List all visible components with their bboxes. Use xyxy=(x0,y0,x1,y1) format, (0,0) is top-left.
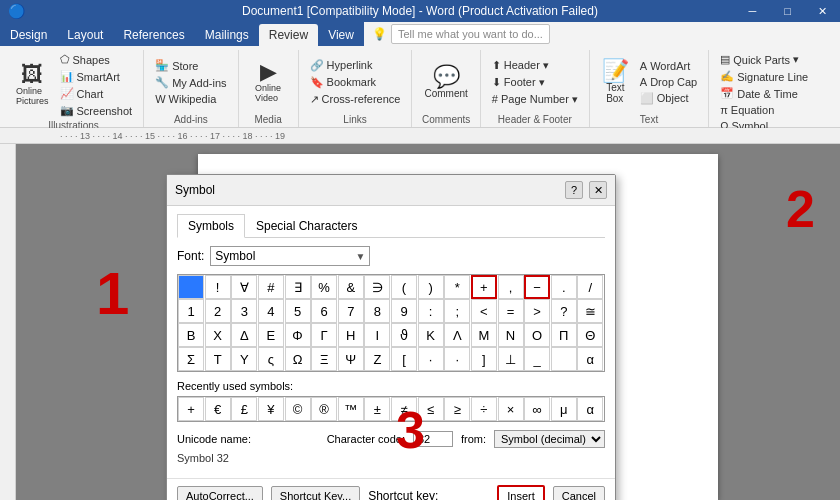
symbol-cell-plus[interactable]: + xyxy=(471,275,497,299)
symbol-cell-Eta[interactable]: Η xyxy=(338,323,364,347)
tab-mailings[interactable]: Mailings xyxy=(195,24,259,46)
recent-pound[interactable]: £ xyxy=(231,397,257,421)
symbol-cell-Kappa[interactable]: Κ xyxy=(418,323,444,347)
symbol-cell-exists[interactable]: ∃ xyxy=(285,275,311,299)
symbol-cell-alpha[interactable]: α xyxy=(577,347,603,371)
symbol-cell-Omega[interactable]: Ω xyxy=(285,347,311,371)
symbol-cell-forall[interactable]: ∀ xyxy=(231,275,257,299)
recent-ge[interactable]: ≥ xyxy=(444,397,470,421)
dialog-tab-symbols[interactable]: Symbols xyxy=(177,214,245,238)
symbol-cell-Mu[interactable]: Μ xyxy=(471,323,497,347)
symbol-cell-6[interactable]: 6 xyxy=(311,299,337,323)
symbol-cell-underscore[interactable]: _ xyxy=(524,347,550,371)
tab-design[interactable]: Design xyxy=(0,24,57,46)
symbol-cell-slash[interactable]: / xyxy=(577,275,603,299)
tab-layout[interactable]: Layout xyxy=(57,24,113,46)
symbol-cell-vartheta[interactable]: ϑ xyxy=(391,323,417,347)
symbol-cell-perp[interactable]: ⊥ xyxy=(498,347,524,371)
recent-plus[interactable]: + xyxy=(178,397,204,421)
recent-copy[interactable]: © xyxy=(285,397,311,421)
store-button[interactable]: 🏪 Store xyxy=(152,58,229,73)
symbol-cell-4[interactable]: 4 xyxy=(258,299,284,323)
shortcut-key-button[interactable]: Shortcut Key... xyxy=(271,486,360,500)
symbol-cell-gt[interactable]: > xyxy=(524,299,550,323)
close-button[interactable]: ✕ xyxy=(805,0,840,22)
symbol-cell-ni[interactable]: ∋ xyxy=(364,275,390,299)
symbol-cell-lbracket[interactable]: [ xyxy=(391,347,417,371)
symbol-cell-qmark[interactable]: ? xyxy=(551,299,577,323)
equation-button[interactable]: π Equation xyxy=(717,103,811,117)
symbol-cell-2[interactable]: 2 xyxy=(205,299,231,323)
symbol-cell-3[interactable]: 3 xyxy=(231,299,257,323)
symbol-cell-Chi[interactable]: Χ xyxy=(205,323,231,347)
wikipedia-button[interactable]: W Wikipedia xyxy=(152,92,229,106)
cancel-button[interactable]: Cancel xyxy=(553,486,605,500)
symbol-cell-eq[interactable]: = xyxy=(498,299,524,323)
footer-button[interactable]: ⬇ Footer ▾ xyxy=(489,75,581,90)
tab-references[interactable]: References xyxy=(113,24,194,46)
symbol-cell-dot[interactable]: . xyxy=(551,275,577,299)
symbol-cell-pct[interactable]: % xyxy=(311,275,337,299)
symbol-cell-8[interactable]: 8 xyxy=(364,299,390,323)
symbol-cell-varsigma[interactable]: ς xyxy=(258,347,284,371)
date-time-button[interactable]: 📅 Date & Time xyxy=(717,86,811,101)
symbol-cell-colon[interactable]: : xyxy=(418,299,444,323)
dialog-close-button[interactable]: ✕ xyxy=(589,181,607,199)
symbol-cell-5[interactable]: 5 xyxy=(285,299,311,323)
symbol-cell-amp[interactable]: & xyxy=(338,275,364,299)
recent-inf[interactable]: ∞ xyxy=(524,397,550,421)
symbol-cell-lparen[interactable]: ( xyxy=(391,275,417,299)
symbol-cell-Psi[interactable]: Ψ xyxy=(338,347,364,371)
quick-parts-button[interactable]: ▤ Quick Parts ▾ xyxy=(717,52,811,67)
online-pictures-button[interactable]: 🖼 OnlinePictures xyxy=(12,62,53,108)
symbol-cell-Pi[interactable]: Π xyxy=(551,323,577,347)
screenshot-button[interactable]: 📷 Screenshot xyxy=(57,103,136,118)
insert-button[interactable]: Insert xyxy=(497,485,545,500)
symbol-cell-hash[interactable]: # xyxy=(258,275,284,299)
page-number-button[interactable]: # Page Number ▾ xyxy=(489,92,581,107)
symbol-cell-Upsilon[interactable]: Υ xyxy=(231,347,257,371)
recent-times[interactable]: × xyxy=(498,397,524,421)
tab-view[interactable]: View xyxy=(318,24,364,46)
symbol-cell-middot1[interactable]: · xyxy=(418,347,444,371)
wordart-button[interactable]: A WordArt xyxy=(637,59,700,73)
minimize-button[interactable]: ─ xyxy=(735,0,770,22)
symbol-cell-Epsilon[interactable]: Ε xyxy=(258,323,284,347)
symbol-cell-sp2[interactable] xyxy=(551,347,577,371)
recent-div[interactable]: ÷ xyxy=(471,397,497,421)
maximize-button[interactable]: □ xyxy=(770,0,805,22)
recent-pm[interactable]: ± xyxy=(364,397,390,421)
symbol-cell-lt[interactable]: < xyxy=(471,299,497,323)
recent-euro[interactable]: € xyxy=(205,397,231,421)
header-button[interactable]: ⬆ Header ▾ xyxy=(489,58,581,73)
symbol-cell-Xi[interactable]: Ξ xyxy=(311,347,337,371)
object-button[interactable]: ⬜ Object xyxy=(637,91,700,106)
recent-mu[interactable]: μ xyxy=(551,397,577,421)
symbol-cell-Lambda[interactable]: Λ xyxy=(444,323,470,347)
comment-button[interactable]: 💬 Comment xyxy=(420,64,471,101)
symbol-cell-rparen[interactable]: ) xyxy=(418,275,444,299)
dialog-help-button[interactable]: ? xyxy=(565,181,583,199)
symbol-cell-space[interactable] xyxy=(178,275,204,299)
symbol-cell-9[interactable]: 9 xyxy=(391,299,417,323)
myadd-ins-button[interactable]: 🔧 My Add-ins xyxy=(152,75,229,90)
symbol-cell-Sigma[interactable]: Σ xyxy=(178,347,204,371)
symbol-cell-Beta[interactable]: Β xyxy=(178,323,204,347)
symbol-cell-middot2[interactable]: · xyxy=(444,347,470,371)
symbol-cell-![interactable]: ! xyxy=(205,275,231,299)
symbol-cell-Theta[interactable]: Θ xyxy=(577,323,603,347)
autocorrect-button[interactable]: AutoCorrect... xyxy=(177,486,263,500)
symbol-cell-Omicron[interactable]: Ο xyxy=(524,323,550,347)
from-select[interactable]: Symbol (decimal) xyxy=(494,430,605,448)
symbol-cell-Delta[interactable]: Δ xyxy=(231,323,257,347)
recent-reg[interactable]: ® xyxy=(311,397,337,421)
recent-yen[interactable]: ¥ xyxy=(258,397,284,421)
symbol-cell-Gamma[interactable]: Γ xyxy=(311,323,337,347)
chart-button[interactable]: 📈 Chart xyxy=(57,86,136,101)
symbol-cell-cong[interactable]: ≅ xyxy=(577,299,603,323)
symbol-cell-7[interactable]: 7 xyxy=(338,299,364,323)
symbol-cell-Iota[interactable]: Ι xyxy=(364,323,390,347)
cross-reference-button[interactable]: ↗ Cross-reference xyxy=(307,92,404,107)
tab-review[interactable]: Review xyxy=(259,24,318,46)
smartart-button[interactable]: 📊 SmartArt xyxy=(57,69,136,84)
